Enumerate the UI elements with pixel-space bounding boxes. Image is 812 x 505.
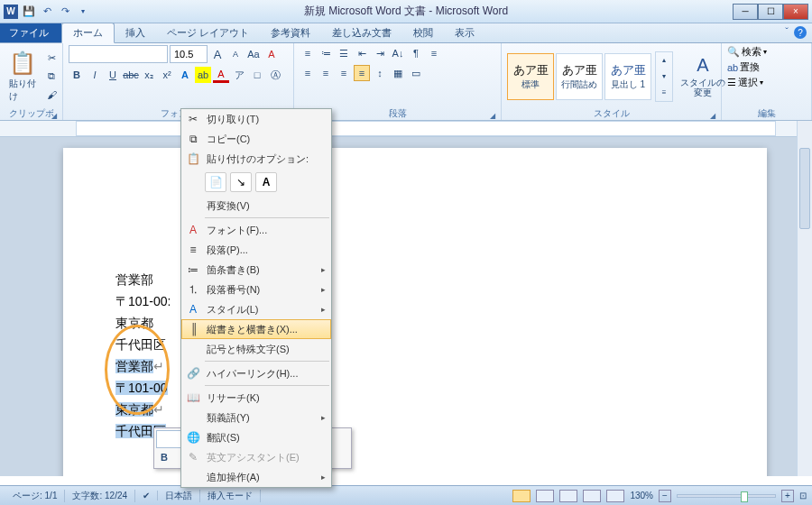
superscript-button[interactable]: x²	[159, 67, 175, 83]
status-zoom-value[interactable]: 130%	[630, 491, 653, 500]
align-dist-icon[interactable]: ≡	[426, 45, 442, 61]
view-fullscreen-icon[interactable]	[536, 490, 554, 502]
zoom-in-button[interactable]: +	[781, 490, 794, 502]
tab-references[interactable]: 参考資料	[260, 23, 321, 42]
tab-insert[interactable]: 挿入	[115, 23, 156, 42]
italic-button[interactable]: I	[87, 67, 103, 83]
decrease-indent-icon[interactable]: ⇤	[354, 45, 370, 61]
ctx-copy[interactable]: ⧉コピー(C)	[181, 129, 331, 149]
copy-icon[interactable]: ⧉	[43, 69, 60, 85]
view-outline-icon[interactable]	[583, 490, 601, 502]
tab-view[interactable]: 表示	[444, 23, 485, 42]
strikethrough-button[interactable]: abc	[123, 67, 139, 83]
ctx-numbering[interactable]: ⒈段落番号(N)▸	[181, 280, 331, 299]
line-spacing-icon[interactable]: ↕	[372, 65, 388, 81]
ctx-paragraph[interactable]: ≡段落(P)...	[181, 240, 331, 260]
zoom-slider[interactable]	[677, 494, 776, 498]
undo-icon[interactable]: ↶	[40, 5, 54, 19]
highlight-button[interactable]: ab	[195, 67, 211, 83]
scrollbar-thumb[interactable]	[799, 148, 810, 229]
zoom-fit-icon[interactable]: ⊡	[799, 491, 807, 500]
format-painter-icon[interactable]: 🖌	[43, 87, 60, 103]
status-page[interactable]: ページ: 1/1	[5, 490, 65, 502]
view-web-icon[interactable]	[559, 490, 577, 502]
zoom-out-button[interactable]: −	[659, 490, 671, 502]
multilevel-icon[interactable]: ☰	[336, 45, 352, 61]
ctx-reconvert[interactable]: 再変換(V)	[181, 196, 331, 216]
minimize-ribbon-icon[interactable]: ˇ	[785, 26, 789, 39]
char-border-icon[interactable]: □	[249, 67, 265, 83]
sort-icon[interactable]: A↓	[390, 45, 406, 61]
replace-button[interactable]: ab置換	[727, 60, 760, 74]
text-effects-icon[interactable]: A	[177, 67, 193, 83]
font-color-button[interactable]: A	[213, 67, 229, 83]
ctx-style[interactable]: Aスタイル(L)▸	[181, 299, 331, 319]
ctx-bullets[interactable]: ≔箇条書き(B)▸	[181, 260, 331, 280]
tab-home[interactable]: ホーム	[61, 23, 115, 43]
bullets-icon[interactable]: ≡	[300, 45, 316, 61]
gallery-more-icon[interactable]: ≡	[656, 85, 672, 101]
view-draft-icon[interactable]	[606, 490, 624, 502]
ctx-additional[interactable]: 追加操作(A)▸	[181, 467, 331, 487]
borders-icon[interactable]: ▭	[408, 65, 424, 81]
clipboard-launcher-icon[interactable]: ◢	[51, 112, 57, 120]
increase-indent-icon[interactable]: ⇥	[372, 45, 388, 61]
underline-button[interactable]: U	[105, 67, 121, 83]
tab-file[interactable]: ファイル	[0, 23, 61, 42]
paste-keep-source-icon[interactable]: 📄	[205, 172, 226, 192]
status-spellcheck-icon[interactable]: ✔	[135, 491, 158, 500]
change-case-icon[interactable]: Aa	[245, 46, 262, 62]
maximize-button[interactable]: ☐	[758, 4, 783, 20]
view-print-layout-icon[interactable]	[512, 490, 531, 502]
mini-bold[interactable]: B	[156, 449, 172, 465]
shading-icon[interactable]: ▦	[390, 65, 406, 81]
vertical-scrollbar[interactable]	[797, 121, 812, 476]
tab-review[interactable]: 校閲	[402, 23, 444, 42]
select-button[interactable]: ☰選択▾	[727, 76, 763, 89]
status-language[interactable]: 日本語	[158, 490, 200, 502]
gallery-down-icon[interactable]: ▾	[656, 69, 672, 85]
status-insert-mode[interactable]: 挿入モード	[200, 490, 261, 502]
style-nospacing[interactable]: あア亜 行間詰め	[556, 53, 603, 100]
document-body[interactable]: 営業部 〒101-00: 東京都 千代田区 営業部↵ 〒101-00 東京都↵ …	[115, 269, 177, 442]
ctx-text-direction[interactable]: ║縦書きと横書き(X)...	[181, 319, 331, 339]
ctx-hyperlink[interactable]: 🔗ハイパーリンク(H)...	[181, 363, 331, 383]
ctx-research[interactable]: 📖リサーチ(K)	[181, 388, 331, 408]
cut-icon[interactable]: ✂	[43, 50, 60, 67]
minimize-button[interactable]: ─	[733, 4, 758, 20]
save-icon[interactable]: 💾	[22, 5, 36, 19]
style-normal[interactable]: あア亜 標準	[507, 53, 554, 100]
phonetic-icon[interactable]: ア	[231, 67, 247, 83]
style-gallery[interactable]: あア亜 標準 あア亜 行間詰め あア亜 見出し 1	[507, 53, 651, 100]
qat-dropdown-icon[interactable]: ▾	[76, 5, 90, 19]
font-size-combo[interactable]: 10.5	[170, 45, 208, 63]
align-justify-icon[interactable]: ≡	[354, 65, 370, 81]
align-left-icon[interactable]: ≡	[300, 65, 316, 81]
tab-mailings[interactable]: 差し込み文書	[321, 23, 402, 42]
ctx-synonyms[interactable]: 類義語(Y)▸	[181, 408, 331, 427]
ctx-cut[interactable]: ✂切り取り(T)	[181, 109, 331, 129]
paste-merge-icon[interactable]: ↘	[230, 172, 252, 192]
style-heading1[interactable]: あア亜 見出し 1	[604, 53, 651, 100]
font-name-combo[interactable]	[69, 45, 168, 63]
align-center-icon[interactable]: ≡	[318, 65, 334, 81]
ctx-translate[interactable]: 🌐翻訳(S)	[181, 427, 331, 447]
paste-text-only-icon[interactable]: A	[255, 172, 277, 192]
ctx-font[interactable]: Aフォント(F)...	[181, 220, 331, 240]
paste-button[interactable]: 📋 貼り付け	[5, 49, 40, 105]
status-word-count[interactable]: 文字数: 12/24	[65, 490, 135, 502]
subscript-button[interactable]: x₂	[141, 67, 157, 83]
numbering-icon[interactable]: ≔	[318, 45, 334, 61]
show-marks-icon[interactable]: ¶	[408, 45, 424, 61]
clear-format-icon[interactable]: A	[263, 46, 280, 62]
shrink-font-icon[interactable]: A	[227, 46, 244, 62]
align-right-icon[interactable]: ≡	[336, 65, 352, 81]
find-button[interactable]: 🔍検索▾	[727, 45, 767, 59]
bold-button[interactable]: B	[69, 67, 85, 83]
zoom-slider-thumb[interactable]	[741, 491, 748, 502]
help-icon[interactable]: ?	[794, 26, 807, 39]
horizontal-ruler[interactable]	[0, 121, 812, 137]
ctx-symbols[interactable]: 記号と特殊文字(S)	[181, 339, 331, 359]
paragraph-launcher-icon[interactable]: ◢	[490, 112, 495, 120]
styles-launcher-icon[interactable]: ◢	[710, 112, 715, 120]
